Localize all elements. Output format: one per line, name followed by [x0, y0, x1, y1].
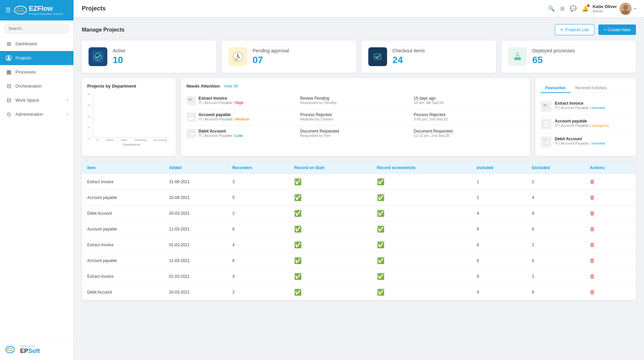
record-start-check-icon: ✅	[294, 242, 302, 248]
attention-item-status-sub: Rejected by Charles	[300, 117, 411, 121]
cell-item: Account payable	[82, 253, 164, 269]
projects-list-label: Projects List	[565, 27, 589, 32]
stats-row: Active 10 ! Pending approval 07	[82, 41, 636, 73]
cell-actions: 🗑	[584, 221, 636, 237]
chevron-right-icon: ›	[67, 112, 68, 116]
screenshots-check-icon: ✅	[377, 210, 384, 217]
header-icons: 🔍 ⊞ 💬 🔔	[548, 5, 589, 12]
chat-icon[interactable]: 💬	[570, 5, 577, 12]
attention-item-left: Account payable IT | Account Payable | M…	[186, 112, 298, 122]
middle-row: Projects by Department 10 20 30 40 50	[82, 78, 636, 156]
svg-text:!: !	[236, 58, 237, 61]
svg-point-0	[14, 6, 26, 14]
screenshots-check-icon: ✅	[377, 226, 384, 233]
screenshots-check-icon: ✅	[377, 273, 384, 280]
col-included: Included	[472, 161, 527, 174]
checkout-stat-value: 24	[392, 55, 425, 65]
cell-included: 8	[472, 221, 527, 237]
stat-card-pending: ! Pending approval 07	[222, 41, 356, 73]
col-actions: Actions	[584, 161, 636, 174]
sidebar-item-projects[interactable]: Projects	[0, 51, 73, 65]
col-screenshots: Record screenshots	[372, 161, 472, 174]
attention-item-time-sub: 10 am, 4th Sep'20	[414, 101, 525, 105]
projects-table-card: Item Added Recorders Record on Start Rec…	[82, 161, 636, 300]
cell-recorders: 2	[227, 285, 289, 300]
attention-item-dept: IT | Account Payable | Medium	[199, 117, 249, 121]
delete-button[interactable]: 🗑	[590, 226, 595, 232]
user-info: Katie Oliver Admin ▾	[593, 3, 636, 15]
create-new-button[interactable]: + Create New	[598, 24, 636, 35]
pending-stat-icon: !	[228, 47, 247, 66]
workspace-icon: ⊟	[5, 97, 12, 104]
logo-area: EZFlow Process Automation Solution	[14, 5, 63, 16]
epsoft-logo-icon	[5, 345, 17, 354]
hamburger-icon[interactable]: ☰	[5, 6, 11, 14]
attention-item-icon	[186, 129, 196, 138]
cell-actions: 🗑	[584, 285, 636, 300]
fav-item-dept: IT | Account Payable | Inreview	[555, 141, 605, 145]
active-stat-value: 10	[113, 55, 125, 65]
cell-added: 01-03-2021	[164, 269, 227, 285]
notification-icon[interactable]: 🔔	[582, 5, 589, 12]
delete-button[interactable]: 🗑	[590, 210, 595, 216]
deployed-stat-icon	[508, 47, 527, 66]
fav-item-status: Inreview	[591, 106, 605, 110]
cell-recorders: 6	[227, 221, 289, 237]
screenshots-check-icon: ✅	[377, 289, 384, 296]
stat-card-deployed: Deployed processes 65	[501, 41, 636, 73]
sidebar-item-dashboard[interactable]: ⊞ Dashboard	[0, 37, 73, 51]
table-row: Extract Invoice 01-03-2021 4 ✅ ✅ 6 2 🗑	[82, 269, 636, 285]
view-all-link[interactable]: View All	[224, 84, 238, 89]
projects-table: Item Added Recorders Record on Start Rec…	[82, 161, 636, 300]
cell-excluded: 6	[527, 253, 584, 269]
fav-item-name: Extract Invoice	[555, 101, 605, 106]
x-axis-label: Departments	[93, 143, 170, 146]
attention-item: Extract Invoice IT | Account Payable | H…	[186, 93, 525, 109]
attention-item-left: Extract Invoice IT | Account Payable | H…	[186, 96, 298, 105]
attention-title: Needs Attention	[186, 84, 220, 89]
table-row: Extract Invoice 01-03-2021 4 ✅ ✅ 6 2 🗑	[82, 237, 636, 253]
col-item: Item	[82, 161, 164, 174]
add-icon[interactable]: ⊞	[560, 5, 565, 12]
delete-button[interactable]: 🗑	[590, 258, 595, 263]
attention-item-icon	[186, 96, 196, 105]
sidebar-item-administration[interactable]: ⊙ Administration ›	[0, 107, 73, 121]
delete-button[interactable]: 🗑	[590, 195, 595, 200]
cell-included: 1	[472, 174, 527, 190]
cell-included: 6	[472, 237, 527, 253]
svg-point-3	[6, 346, 14, 353]
delete-button[interactable]: 🗑	[590, 242, 595, 248]
cell-added: 11-03-2021	[164, 253, 227, 269]
attention-item-time: Process Rejected	[414, 112, 525, 117]
sidebar-item-processes[interactable]: ▦ Processes	[0, 65, 73, 79]
cell-recorders: 3	[227, 174, 289, 190]
list-icon: ≡	[560, 27, 563, 32]
header-actions: ≡ Projects List + Create New	[555, 24, 636, 35]
sidebar-item-orchestration[interactable]: ⊟ Orchestration	[0, 79, 73, 93]
tab-recent-activities[interactable]: Recenet Activities	[571, 84, 612, 93]
active-stat-label: Active	[113, 48, 125, 53]
cell-included: 8	[472, 253, 527, 269]
user-chevron-icon[interactable]: ▾	[634, 7, 636, 10]
col-recorders: Recorders	[227, 161, 289, 174]
attention-item-time-sub: 12.13 pm, 2nd Sep'20	[414, 134, 525, 138]
sidebar-item-workspace[interactable]: ⊟ Work Space ›	[0, 93, 73, 107]
screenshots-check-icon: ✅	[377, 194, 384, 201]
attention-item-name: Extract Invoice	[199, 96, 244, 101]
search-input[interactable]	[4, 24, 69, 33]
search-icon[interactable]: 🔍	[548, 5, 555, 12]
attention-item-dept: IT | Account Payable | Low	[199, 134, 243, 138]
delete-button[interactable]: 🗑	[590, 179, 595, 185]
delete-button[interactable]: 🗑	[590, 273, 595, 279]
projects-list-button[interactable]: ≡ Projects List	[555, 24, 594, 35]
create-new-label: + Create New	[604, 27, 631, 32]
dept-chart-card: Projects by Department 10 20 30 40 50	[82, 78, 176, 156]
table-row: Debit Account 20-03-2021 2 ✅ ✅ 4 8 🗑	[82, 206, 636, 221]
record-start-check-icon: ✅	[294, 210, 302, 217]
attention-item-name: Account payable	[199, 112, 249, 117]
attention-item-status: Review Pending	[300, 96, 411, 101]
record-start-check-icon: ✅	[294, 289, 302, 296]
delete-button[interactable]: 🗑	[590, 289, 595, 295]
priority-badge: High	[235, 101, 243, 105]
tab-favourites[interactable]: Favourites	[541, 84, 571, 93]
